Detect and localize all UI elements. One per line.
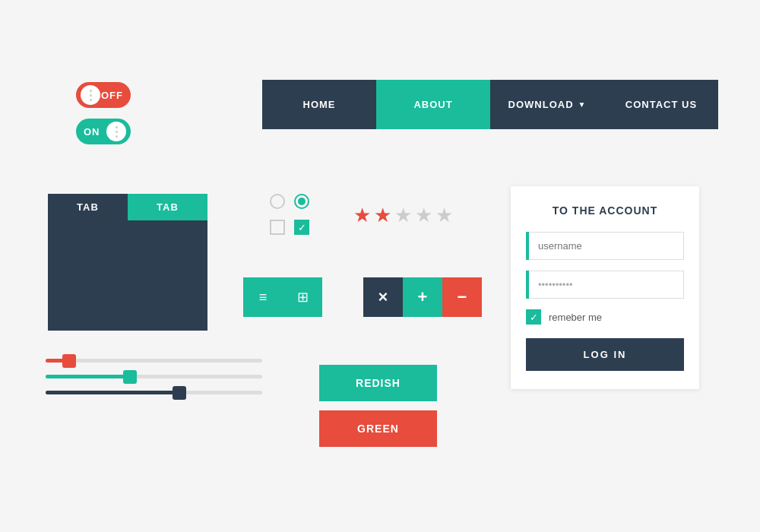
slider-track-1 bbox=[46, 359, 262, 363]
toggle-knob-off bbox=[81, 85, 100, 105]
checkbox-row: ✓ bbox=[270, 220, 309, 235]
slider-fill-2 bbox=[46, 375, 129, 378]
star-2[interactable]: ★ bbox=[374, 204, 391, 227]
button-group-2: × + − bbox=[363, 277, 482, 317]
toggle-off[interactable]: OFF bbox=[76, 82, 131, 108]
login-button[interactable]: LOG IN bbox=[526, 338, 684, 371]
nav-download[interactable]: DOWNLOAD ▼ bbox=[490, 80, 604, 129]
slider-thumb-1[interactable] bbox=[62, 354, 76, 368]
slider-track-3 bbox=[46, 391, 262, 394]
green-button[interactable]: GREEN bbox=[319, 410, 437, 447]
star-rating: ★ ★ ★ ★ ★ bbox=[353, 204, 453, 227]
radio-row bbox=[270, 194, 309, 209]
stars-section: ★ ★ ★ ★ ★ bbox=[353, 204, 453, 227]
radio-check-section: ✓ bbox=[270, 194, 309, 235]
star-3[interactable]: ★ bbox=[394, 204, 412, 227]
toggle-knob-on bbox=[106, 122, 126, 141]
nav-about[interactable]: ABOUT bbox=[376, 80, 490, 129]
slider-row-3 bbox=[46, 391, 262, 394]
toggles-section: OFF ON bbox=[76, 82, 131, 155]
remember-checkbox[interactable]: ✓ bbox=[526, 309, 541, 325]
slider-thumb-2[interactable] bbox=[123, 370, 137, 384]
password-input[interactable] bbox=[529, 271, 684, 299]
slider-thumb-3[interactable] bbox=[173, 386, 186, 400]
tab-2[interactable]: TAB bbox=[128, 194, 207, 220]
button-group-1: ≡ ⊞ bbox=[243, 277, 322, 317]
star-1[interactable]: ★ bbox=[353, 204, 371, 227]
radio-checked[interactable] bbox=[294, 194, 309, 209]
radio-unchecked[interactable] bbox=[270, 194, 285, 209]
chevron-down-icon: ▼ bbox=[578, 100, 587, 109]
password-input-wrap bbox=[526, 271, 684, 299]
toggle-on-label: ON bbox=[84, 126, 100, 138]
navbar: HOME ABOUT DOWNLOAD ▼ CONTACT US bbox=[262, 80, 718, 129]
toggle-on-wrap: ON bbox=[76, 119, 131, 144]
toggle-off-label: OFF bbox=[101, 90, 123, 101]
action-buttons-section: REDISH GREEN bbox=[319, 365, 437, 456]
tabs-section: TAB TAB bbox=[48, 194, 207, 331]
login-form: TO THE ACCOUNT ✓ remeber me LOG IN bbox=[511, 186, 699, 389]
toggle-on[interactable]: ON bbox=[76, 119, 131, 144]
grid-view-button[interactable]: ⊞ bbox=[283, 277, 322, 317]
slider-row-2 bbox=[46, 375, 262, 378]
minus-button[interactable]: − bbox=[442, 277, 482, 317]
nav-contact[interactable]: CONTACT US bbox=[604, 80, 718, 129]
slider-row-1 bbox=[46, 359, 262, 363]
sliders-section bbox=[46, 359, 262, 407]
tab-content bbox=[48, 220, 207, 331]
slider-track-2 bbox=[46, 375, 262, 378]
redish-button[interactable]: REDISH bbox=[319, 365, 437, 401]
username-input-wrap bbox=[526, 232, 684, 260]
nav-home[interactable]: HOME bbox=[262, 80, 376, 129]
login-title: TO THE ACCOUNT bbox=[526, 204, 684, 217]
add-button[interactable]: + bbox=[403, 277, 442, 317]
username-input[interactable] bbox=[529, 232, 684, 260]
close-button[interactable]: × bbox=[363, 277, 403, 317]
toggle-off-wrap: OFF bbox=[76, 82, 131, 108]
checkbox-checked[interactable]: ✓ bbox=[294, 220, 309, 235]
star-4[interactable]: ★ bbox=[415, 204, 432, 227]
remember-me-row: ✓ remeber me bbox=[526, 309, 684, 325]
checkbox-unchecked[interactable] bbox=[270, 220, 285, 235]
tab-1[interactable]: TAB bbox=[48, 194, 128, 220]
slider-fill-3 bbox=[46, 391, 179, 394]
star-5[interactable]: ★ bbox=[435, 204, 453, 227]
remember-label: remeber me bbox=[549, 312, 602, 323]
list-view-button[interactable]: ≡ bbox=[243, 277, 283, 317]
tab-header: TAB TAB bbox=[48, 194, 207, 220]
